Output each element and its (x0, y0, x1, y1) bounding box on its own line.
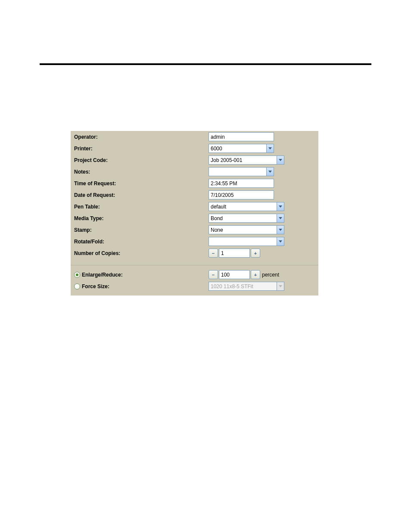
row-pen-table: Pen Table: (71, 201, 318, 212)
label-notes: Notes: (74, 169, 209, 175)
label-operator: Operator: (74, 134, 209, 140)
row-time-of-request: Time of Request: (71, 177, 318, 189)
chevron-down-icon (279, 285, 282, 288)
label-enlarge-reduce: Enlarge/Reduce: (82, 272, 123, 278)
rotate-fold-combo (209, 237, 284, 246)
printer-input[interactable] (209, 144, 266, 153)
copies-minus-button[interactable]: − (209, 249, 218, 258)
row-enlarge-reduce: Enlarge/Reduce: − + percent (71, 269, 318, 280)
stamp-combo (209, 225, 284, 234)
force-size-input (209, 282, 277, 291)
chevron-down-icon (279, 229, 282, 231)
notes-combo (209, 167, 274, 176)
label-project-code: Project Code: (74, 157, 209, 163)
pen-table-input[interactable] (209, 202, 277, 211)
label-time-of-request: Time of Request: (74, 180, 209, 187)
force-size-dropdown-button (277, 282, 284, 291)
row-rotate-fold: Rotate/Fold: (71, 236, 318, 247)
chevron-down-icon (279, 159, 282, 162)
label-copies: Number of Copies: (74, 250, 209, 256)
row-notes: Notes: (71, 166, 318, 177)
pen-table-combo (209, 202, 284, 211)
plus-icon: + (254, 251, 257, 256)
chevron-down-icon (279, 240, 282, 243)
enlarge-reduce-spinner: − + (209, 270, 260, 279)
project-code-input[interactable] (209, 156, 277, 165)
row-media-type: Media Type: (71, 212, 318, 224)
copies-spinner: − + (209, 249, 260, 258)
enlarge-reduce-radio[interactable] (74, 272, 80, 278)
stamp-input[interactable] (209, 225, 277, 234)
print-settings-panel: Operator: Printer: Project Code: Notes: (71, 131, 318, 296)
stamp-dropdown-button[interactable] (277, 225, 284, 234)
media-type-dropdown-button[interactable] (277, 214, 284, 223)
printer-combo (209, 144, 274, 153)
date-of-request-input[interactable] (209, 190, 274, 199)
chevron-down-icon (268, 147, 272, 150)
row-stamp: Stamp: (71, 224, 318, 236)
row-force-size: Force Size: (71, 280, 318, 292)
row-copies: Number of Copies: − + (71, 247, 318, 259)
label-date-of-request: Date of Request: (74, 192, 209, 198)
row-operator: Operator: (71, 131, 318, 143)
minus-icon: − (212, 251, 215, 256)
percent-suffix: percent (262, 272, 279, 278)
chevron-down-icon (279, 205, 282, 208)
row-printer: Printer: (71, 143, 318, 154)
plus-icon: + (254, 272, 257, 277)
label-force-size: Force Size: (82, 283, 109, 289)
rotate-fold-dropdown-button[interactable] (277, 237, 284, 246)
copies-input[interactable] (219, 249, 250, 258)
rotate-fold-input[interactable] (209, 237, 277, 246)
operator-input[interactable] (209, 132, 274, 141)
label-media-type: Media Type: (74, 215, 209, 221)
project-code-dropdown-button[interactable] (277, 156, 284, 165)
minus-icon: − (212, 272, 215, 277)
media-type-combo (209, 214, 284, 223)
label-pen-table: Pen Table: (74, 204, 209, 210)
chevron-down-icon (268, 171, 272, 173)
row-date-of-request: Date of Request: (71, 189, 318, 201)
scale-plus-button[interactable]: + (251, 270, 260, 279)
force-size-combo (209, 282, 284, 291)
notes-input[interactable] (209, 167, 266, 176)
row-project-code: Project Code: (71, 154, 318, 166)
media-type-input[interactable] (209, 214, 277, 223)
notes-dropdown-button[interactable] (266, 167, 274, 176)
pen-table-dropdown-button[interactable] (277, 202, 284, 211)
force-size-radio[interactable] (74, 283, 80, 289)
project-code-combo (209, 156, 284, 165)
chevron-down-icon (279, 217, 282, 220)
scale-minus-button[interactable]: − (209, 270, 218, 279)
label-printer: Printer: (74, 146, 209, 152)
header-rule (40, 63, 371, 65)
section-divider (71, 265, 318, 265)
printer-dropdown-button[interactable] (266, 144, 274, 153)
label-rotate-fold: Rotate/Fold: (74, 239, 209, 245)
scale-input[interactable] (219, 270, 250, 279)
label-stamp: Stamp: (74, 227, 209, 233)
time-of-request-input[interactable] (209, 179, 274, 188)
copies-plus-button[interactable]: + (251, 249, 260, 258)
